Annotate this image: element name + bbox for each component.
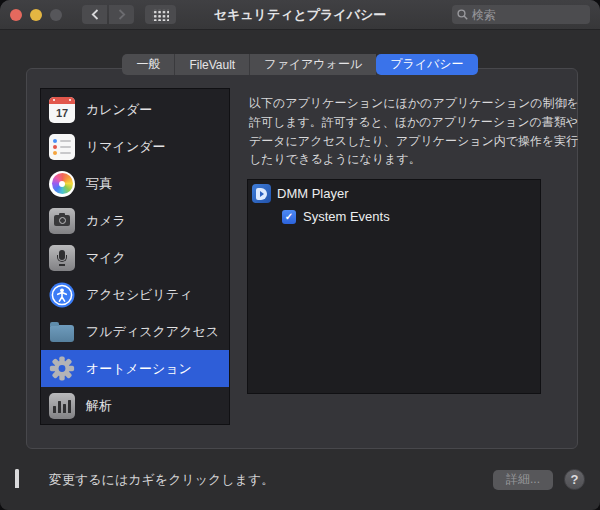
grid-icon xyxy=(152,9,169,21)
sidebar-item-label: マイク xyxy=(86,249,126,267)
sidebar-item-label: フルディスクアクセス xyxy=(86,323,219,341)
footer-bar: 変更するにはカギをクリックします。 詳細... ? xyxy=(0,449,600,510)
tab-firewall[interactable]: ファイアウォール xyxy=(250,54,376,75)
traffic-lights xyxy=(10,9,62,21)
search-input[interactable] xyxy=(472,8,585,22)
chevron-left-icon xyxy=(91,9,99,20)
tab-privacy[interactable]: プライバシー xyxy=(376,54,477,75)
dmm-player-icon xyxy=(252,184,271,203)
sidebar-item-microphone[interactable]: マイク xyxy=(41,239,229,276)
tab-general[interactable]: 一般 xyxy=(122,54,175,75)
allowed-apps-list: DMM Player ✓ System Events xyxy=(247,179,541,394)
sidebar-item-label: カメラ xyxy=(86,212,126,230)
photos-icon xyxy=(49,171,75,197)
minimize-button[interactable] xyxy=(30,9,42,21)
search-field[interactable] xyxy=(452,5,590,24)
sidebar-item-full-disk-access[interactable]: フルディスクアクセス xyxy=(41,313,229,350)
gear-icon xyxy=(49,356,75,382)
reminders-icon xyxy=(49,134,75,160)
app-name: DMM Player xyxy=(277,186,349,201)
security-privacy-window: セキュリティとプライバシー 一般 FileVault ファイアウォール プライバ… xyxy=(0,0,600,510)
microphone-icon xyxy=(49,245,75,271)
search-icon xyxy=(457,9,468,20)
sidebar-item-label: 解析 xyxy=(86,397,112,415)
sidebar-item-label: 写真 xyxy=(86,175,112,193)
privacy-service-list: 17 カレンダー リマインダー 写真 xyxy=(40,88,230,425)
folder-icon xyxy=(49,319,75,345)
tab-bar: 一般 FileVault ファイアウォール プライバシー xyxy=(0,54,600,75)
privacy-pane: 17 カレンダー リマインダー 写真 xyxy=(26,68,578,449)
camera-icon xyxy=(49,208,75,234)
child-app-name: System Events xyxy=(303,209,390,224)
lock-icon[interactable] xyxy=(15,471,39,489)
history-nav xyxy=(82,5,134,24)
back-button[interactable] xyxy=(82,5,107,24)
sidebar-item-label: アクセシビリティ xyxy=(86,286,192,304)
sidebar-item-calendar[interactable]: 17 カレンダー xyxy=(41,91,229,128)
sidebar-item-photos[interactable]: 写真 xyxy=(41,165,229,202)
chevron-right-icon xyxy=(118,9,126,20)
system-events-checkbox[interactable]: ✓ xyxy=(282,210,296,224)
sidebar-item-accessibility[interactable]: アクセシビリティ xyxy=(41,276,229,313)
close-button[interactable] xyxy=(10,9,22,21)
app-row-dmm-player[interactable]: DMM Player xyxy=(252,184,540,203)
show-all-button[interactable] xyxy=(145,5,176,24)
help-button[interactable]: ? xyxy=(564,469,585,490)
calendar-icon: 17 xyxy=(49,97,75,123)
sidebar-item-reminders[interactable]: リマインダー xyxy=(41,128,229,165)
analytics-icon xyxy=(49,393,75,419)
details-button[interactable]: 詳細... xyxy=(493,470,553,490)
tab-filevault[interactable]: FileVault xyxy=(175,54,250,75)
privacy-description: 以下のアプリケーションにほかのアプリケーションの制御を許可します。許可すると、ほ… xyxy=(249,94,579,169)
sidebar-item-label: カレンダー xyxy=(86,101,152,119)
window-title: セキュリティとプライバシー xyxy=(214,6,387,24)
zoom-button-disabled xyxy=(50,9,62,21)
accessibility-icon xyxy=(49,282,75,308)
forward-button-disabled xyxy=(109,5,134,24)
sidebar-item-analytics[interactable]: 解析 xyxy=(41,387,229,424)
sidebar-item-label: リマインダー xyxy=(86,138,166,156)
sidebar-item-label: オートメーション xyxy=(86,360,192,378)
sidebar-item-camera[interactable]: カメラ xyxy=(41,202,229,239)
title-bar: セキュリティとプライバシー xyxy=(0,0,600,30)
sidebar-item-automation[interactable]: オートメーション xyxy=(41,350,229,387)
app-child-row-system-events: ✓ System Events xyxy=(282,209,540,224)
lock-hint-text: 変更するにはカギをクリックします。 xyxy=(49,471,274,489)
